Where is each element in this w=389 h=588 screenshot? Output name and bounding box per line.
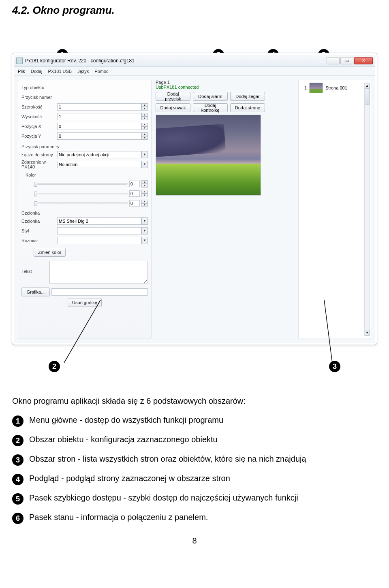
label-pozy: Pozycja Y	[21, 134, 57, 138]
page-tree-label: Strona 001	[325, 85, 347, 90]
center-panel: Page 1 UsbPX181 connected Dodaj przycisk…	[156, 80, 294, 339]
dodaj-suwak-button[interactable]: Dodaj suwak	[156, 103, 190, 112]
combo-rozmiar[interactable]	[57, 237, 141, 244]
menu-pomoc[interactable]: Pomoc	[94, 69, 108, 74]
callout-3: 3	[329, 361, 340, 372]
spin-up-icon[interactable]: ▲	[141, 200, 148, 203]
label-przycisk-numer: Przycisk numer	[21, 95, 57, 100]
spin-down-icon[interactable]: ▼	[141, 203, 148, 207]
spin-down-icon[interactable]: ▼	[141, 107, 148, 111]
label-lacze: Łącze do strony	[21, 152, 57, 157]
input-pozy[interactable]	[57, 132, 141, 140]
spin-down-icon[interactable]: ▼	[141, 136, 148, 140]
label-kolor: Kolor	[26, 173, 148, 177]
menu-jezyk[interactable]: Język	[77, 69, 89, 74]
dodaj-przycisk-button[interactable]: Dodaj przycisk	[156, 92, 190, 101]
desc-1: Menu główne - dostęp do wszystkich funkc…	[29, 415, 223, 425]
menu-plik[interactable]: Plik	[18, 69, 25, 74]
label-pozx: Pozycja X	[21, 124, 57, 129]
slider-thumb[interactable]	[34, 201, 37, 206]
slider-b[interactable]	[34, 202, 128, 204]
app-icon	[16, 58, 23, 64]
page-number: 8	[12, 536, 377, 545]
object-panel: Typ obiektu Przycisk numer Szerokość ▲▼ …	[18, 80, 152, 339]
label-czcionka-section: Czcionka	[21, 211, 148, 215]
label-tekst: Tekst	[21, 261, 49, 274]
description-list: 1Menu główne - dostęp do wszystkich funk…	[12, 415, 377, 524]
zmien-kolor-button[interactable]: Zmień kolor	[34, 248, 66, 257]
spin-down-icon[interactable]: ▼	[141, 117, 148, 120]
slider-thumb[interactable]	[34, 192, 37, 196]
slider-b-value[interactable]	[129, 200, 140, 207]
window-title: Px181 konfigurator Rev. 220 - configurat…	[25, 58, 135, 64]
scrollbar[interactable]: ▲ ▼	[364, 83, 370, 336]
menu-dodaj[interactable]: Dodaj	[31, 69, 43, 74]
spin-up-icon[interactable]: ▲	[141, 180, 148, 184]
scroll-handle[interactable]	[365, 89, 370, 105]
chevron-down-icon[interactable]: ▼	[141, 237, 148, 244]
spin-down-icon[interactable]: ▼	[141, 126, 148, 130]
slider-g-value[interactable]	[129, 190, 140, 197]
desc-3: Obszar stron - lista wszystkich stron or…	[29, 454, 306, 464]
preview-cloud	[156, 124, 226, 157]
grafika-button[interactable]: Grafika...	[21, 288, 50, 296]
chevron-down-icon[interactable]: ▼	[141, 227, 148, 234]
maximize-button[interactable]: ▭	[340, 57, 353, 64]
status-connected: UsbPX181 connected	[156, 85, 294, 89]
desc-2: Obszar obiektu - konfiguracja zaznaczone…	[29, 435, 218, 444]
usun-grafike-button[interactable]: Usuń grafikę	[68, 298, 102, 307]
dodaj-alarm-button[interactable]: Dodaj alarm	[193, 92, 228, 101]
chevron-down-icon[interactable]: ▼	[141, 161, 148, 168]
spin-up-icon[interactable]: ▲	[141, 190, 148, 194]
combo-zdarzenie[interactable]	[57, 161, 141, 168]
spin-up-icon[interactable]: ▲	[141, 103, 148, 107]
spin-up-icon[interactable]: ▲	[141, 113, 148, 117]
label-czcionka: Czcionka	[21, 219, 57, 224]
label-rozmiar: Rozmiar	[21, 238, 57, 243]
spin-up-icon[interactable]: ▲	[141, 123, 148, 126]
spin-down-icon[interactable]: ▼	[141, 184, 148, 187]
dodaj-kontrolke-button[interactable]: Dodaj kontrolkę	[193, 103, 228, 112]
dodaj-strone-button[interactable]: Dodaj stronę	[230, 103, 265, 112]
page-tree-item[interactable]: 1 Strona 001	[301, 83, 368, 93]
scroll-up-icon[interactable]: ▲	[365, 83, 370, 89]
spin-down-icon[interactable]: ▼	[141, 194, 148, 197]
intro-text: Okno programu aplikacji składa się z 6 p…	[12, 396, 377, 406]
label-styl: Styl	[21, 228, 57, 233]
slider-r-value[interactable]	[129, 181, 140, 187]
callout-2: 2	[49, 361, 60, 372]
close-button[interactable]: ✕	[354, 57, 373, 64]
page-thumbnail	[309, 83, 323, 93]
preview-grass	[156, 164, 261, 195]
spin-up-icon[interactable]: ▲	[141, 132, 148, 136]
bullet-3: 3	[12, 454, 24, 466]
page-label: Page 1	[156, 80, 170, 85]
chevron-down-icon[interactable]: ▼	[141, 151, 148, 158]
textarea-tekst[interactable]	[49, 261, 148, 283]
dodaj-zegar-button[interactable]: Dodaj zegar	[230, 92, 265, 101]
chevron-down-icon[interactable]: ▼	[141, 217, 148, 225]
input-wysokosc[interactable]	[57, 113, 141, 120]
input-szerokosc[interactable]	[57, 103, 141, 111]
combo-czcionka[interactable]	[57, 217, 141, 225]
page-preview	[156, 115, 261, 196]
slider-r[interactable]	[34, 183, 128, 185]
bullet-4: 4	[12, 474, 24, 485]
bullet-1: 1	[12, 415, 24, 427]
desc-5: Pasek szybkiego dostępu - szybki dostęp …	[29, 493, 298, 503]
input-grafika-path[interactable]	[51, 288, 148, 296]
input-pozx[interactable]	[57, 123, 141, 130]
section-heading: 4.2. Okno programu.	[12, 4, 377, 17]
slider-thumb[interactable]	[34, 182, 37, 187]
combo-styl[interactable]	[57, 227, 141, 234]
menu-px181usb[interactable]: PX181 USB	[48, 69, 72, 74]
minimize-button[interactable]: —	[327, 57, 340, 64]
desc-4: Podgląd - podgląd strony zaznaczonej w o…	[29, 474, 230, 483]
scroll-down-icon[interactable]: ▼	[365, 330, 370, 336]
combo-lacze[interactable]	[57, 151, 141, 158]
bullet-2: 2	[12, 435, 24, 446]
label-zdarzenie: Zdarzenie w PX140	[21, 160, 57, 169]
label-szerokosc: Szerokość	[21, 104, 57, 109]
slider-g[interactable]	[34, 193, 128, 194]
pages-panel: 1 Strona 001 ▲ ▼	[298, 80, 371, 339]
